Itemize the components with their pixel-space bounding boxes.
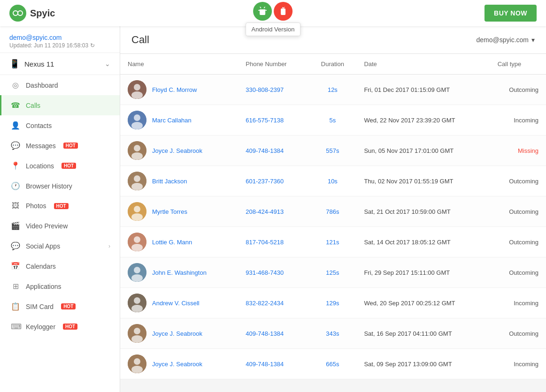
phone-cell: 330-808-2397 [238, 75, 308, 105]
table-row: Britt Jackson601-237-736010sThu, 02 Nov … [120, 166, 546, 196]
call-name-cell: Floyd C. Morrow [120, 75, 238, 105]
phone-cell: 409-748-1384 [238, 349, 308, 379]
duration-cell: 665s [308, 349, 356, 379]
refresh-icon[interactable]: ↻ [90, 42, 95, 49]
phone-icon: 📱 [9, 59, 20, 69]
sidebar-item-label-messages: Messages [26, 142, 56, 150]
avatar [128, 263, 146, 282]
svg-point-16 [131, 152, 143, 160]
svg-point-33 [134, 328, 140, 334]
phone-cell: 601-237-7360 [238, 166, 308, 196]
sidebar-item-sim-card[interactable]: 📋SIM CardHOT [0, 296, 120, 317]
svg-point-5 [263, 10, 264, 11]
user-menu[interactable]: demo@spyic.com ▾ [477, 36, 535, 44]
main-header: Call demo@spyic.com ▾ [120, 26, 546, 54]
logo-text: Spyic [30, 8, 55, 19]
call-table: NamePhone NumberDurationDateCall type Fl… [120, 54, 546, 379]
duration-cell: 12s [308, 75, 356, 105]
col-header-phone-number: Phone Number [238, 54, 308, 75]
phone-cell: 817-704-5218 [238, 227, 308, 257]
sidebar-item-contacts[interactable]: 👤Contacts [0, 115, 120, 136]
logo: Spyic [9, 5, 55, 22]
locations-icon: 📍 [11, 161, 20, 170]
sidebar-item-label-sim-card: SIM Card [26, 303, 54, 310]
badge-keylogger: HOT [63, 324, 77, 330]
browser-history-icon: 🕐 [11, 181, 20, 190]
sidebar-item-social-apps[interactable]: 💬Social Apps› [0, 236, 120, 256]
table-row: John E. Washington931-468-7430125sFri, 2… [120, 257, 546, 288]
call-type-cell: Outcoming [490, 257, 546, 288]
sidebar-item-photos[interactable]: 🖼PhotosHOT [0, 196, 120, 216]
duration-cell: 343s [308, 318, 356, 349]
chevron-down-icon[interactable]: ⌄ [105, 60, 110, 68]
main-content: Call demo@spyic.com ▾ NamePhone NumberDu… [120, 26, 546, 392]
phone-cell: 931-468-7430 [238, 257, 308, 288]
platform-selector: Android Version [246, 2, 301, 36]
call-type-cell: Outcoming [490, 318, 546, 349]
call-type-cell: Outcoming [490, 75, 546, 105]
call-name-cell: Andrew V. Cissell [120, 288, 238, 318]
table-row: Andrew V. Cissell832-822-2434129sWed, 20… [120, 288, 546, 318]
duration-cell: 10s [308, 166, 356, 196]
social-apps-icon: 💬 [11, 241, 20, 250]
svg-rect-6 [281, 8, 286, 15]
sidebar-item-browser-history[interactable]: 🕐Browser History [0, 176, 120, 196]
svg-rect-3 [263, 14, 264, 15]
svg-point-30 [134, 297, 140, 304]
sidebar-item-calendars[interactable]: 📅Calendars [0, 256, 120, 276]
sidebar-item-label-video-preview: Video Preview [26, 222, 68, 230]
date-cell: Sat, 16 Sep 2017 04:11:00 GMT [356, 318, 490, 349]
svg-point-13 [131, 122, 143, 129]
video-preview-icon: 🎬 [11, 221, 20, 230]
svg-point-1 [18, 11, 23, 15]
svg-point-37 [131, 366, 143, 373]
duration-cell: 786s [308, 196, 356, 227]
svg-point-27 [134, 267, 140, 273]
date-cell: Sat, 09 Sep 2017 13:09:00 GMT [356, 349, 490, 379]
table-row: Marc Callahan616-575-71385sWed, 22 Nov 2… [120, 105, 546, 136]
call-type-cell: Outcoming [490, 227, 546, 257]
call-name-cell: Myrtle Torres [120, 196, 238, 227]
android-tab[interactable] [254, 2, 272, 21]
duration-cell: 129s [308, 288, 356, 318]
avatar [128, 111, 146, 129]
sidebar-item-messages[interactable]: 💬MessagesHOT [0, 136, 120, 156]
table-row: Lottie G. Mann817-704-5218121sSat, 14 Oc… [120, 227, 546, 257]
svg-point-4 [261, 10, 262, 11]
contacts-icon: 👤 [11, 121, 20, 130]
buy-now-button[interactable]: BUY NOW [484, 5, 537, 22]
app-layout: demo@spyic.com Updated: Jun 11 2019 16:5… [0, 26, 546, 392]
sidebar-item-video-preview[interactable]: 🎬Video Preview [0, 216, 120, 236]
svg-point-15 [134, 145, 140, 151]
sidebar-item-applications[interactable]: ⊞Applications [0, 276, 120, 296]
call-name-cell: Britt Jackson [120, 166, 238, 196]
chevron-down-icon: ▾ [531, 36, 535, 44]
call-type-cell: Incoming [490, 288, 546, 318]
date-cell: Sun, 05 Nov 2017 17:01:00 GMT [356, 136, 490, 166]
avatar [128, 202, 146, 221]
duration-cell: 121s [308, 227, 356, 257]
table-row: Myrtle Torres208-424-4913786sSat, 21 Oct… [120, 196, 546, 227]
phone-cell: 409-748-1384 [238, 318, 308, 349]
avatar [128, 294, 146, 312]
device-name: 📱 Nexus 11 [9, 59, 54, 69]
col-header-call-type: Call type [490, 54, 546, 75]
ios-tab[interactable] [274, 2, 293, 21]
platform-tabs [254, 2, 293, 21]
date-cell: Sat, 14 Oct 2017 18:05:12 GMT [356, 227, 490, 257]
sidebar-item-calls[interactable]: ☎Calls [0, 95, 120, 115]
sidebar-item-dashboard[interactable]: ◎Dashboard [0, 75, 120, 95]
nav-list: ◎Dashboard☎Calls👤Contacts💬MessagesHOT📍Lo… [0, 75, 120, 337]
call-name-cell: John E. Washington [120, 257, 238, 288]
sidebar-user-info: demo@spyic.com Updated: Jun 11 2019 16:5… [0, 26, 120, 53]
avatar [128, 141, 146, 160]
svg-point-25 [131, 244, 143, 251]
logo-icon [9, 5, 26, 22]
svg-point-19 [131, 183, 143, 190]
svg-point-34 [131, 335, 143, 343]
sidebar-item-locations[interactable]: 📍LocationsHOT [0, 156, 120, 176]
sidebar-item-keylogger[interactable]: ⌨KeyloggerHOT [0, 317, 120, 337]
svg-point-9 [134, 84, 140, 90]
svg-point-22 [131, 213, 143, 221]
date-cell: Sat, 21 Oct 2017 10:59:00 GMT [356, 196, 490, 227]
